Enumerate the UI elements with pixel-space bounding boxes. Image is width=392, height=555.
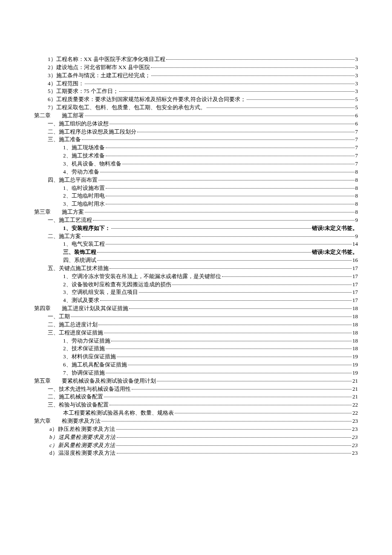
- toc-entry[interactable]: 1、电气安装工程14: [34, 240, 358, 248]
- toc-entry[interactable]: c）新风量检测要求及方法23: [34, 442, 358, 450]
- toc-entry-page: 17: [352, 281, 358, 289]
- toc-leader-dots: [207, 103, 355, 108]
- toc-entry[interactable]: b）送风量检测要求及方法23: [34, 433, 358, 442]
- toc-entry[interactable]: 四、施工总平面布置8: [34, 176, 358, 184]
- toc-entry-title: 1）工程名称：XX 县中医院手术室净化项目工程: [48, 55, 165, 64]
- toc-entry[interactable]: 6、施工机具配备保证措施19: [34, 361, 358, 369]
- toc-entry-page: 22: [352, 409, 358, 417]
- toc-entry-title: 三、施工准备: [48, 136, 81, 144]
- toc-entry-page: 6: [355, 120, 358, 128]
- toc-entry-title: 2、施工技术准备: [63, 152, 105, 160]
- toc-leader-dots: [137, 127, 355, 132]
- toc-entry[interactable]: 5）工期要求：75 个工作日；3: [34, 87, 358, 96]
- toc-entry-page: 错误!未定义书签。: [312, 224, 358, 232]
- toc-entry-page: 23: [352, 433, 358, 442]
- toc-entry-page: 21: [352, 385, 358, 393]
- toc-entry-title: 本工程要紧检测试验器具名称、数量、规格表: [63, 409, 174, 417]
- toc-entry-title: 第五章 要紧机械设备及检测试验设备使用计划: [34, 377, 156, 385]
- toc-entry[interactable]: 第四章 施工进度计划及其保证措施18: [34, 305, 358, 313]
- toc-entry-title: 四、施工总平面布置: [48, 176, 98, 184]
- toc-entry-page: 18: [352, 329, 358, 337]
- toc-entry[interactable]: 1、空调冷冻水管安装在吊顶上，不能漏水或者结露，是关键部位17: [34, 273, 358, 281]
- toc-entry-page: 23: [352, 442, 358, 450]
- toc-entry[interactable]: 3、材料供应保证措施19: [34, 353, 358, 361]
- toc-entry-title: 第四章 施工进度计划及其保证措施: [34, 305, 128, 313]
- toc-entry[interactable]: 五、关键点施工技术措施17: [34, 264, 358, 273]
- toc-entry-title: 3）施工条件与情况：土建工程已经完成；: [48, 72, 150, 80]
- toc-leader-dots: [85, 208, 355, 212]
- toc-entry[interactable]: 三、施工准备7: [34, 136, 358, 144]
- toc-entry[interactable]: 1）工程名称：XX 县中医院手术室净化项目工程3: [34, 55, 358, 64]
- toc-entry[interactable]: 1、临时设施布置8: [34, 184, 358, 192]
- toc-entry[interactable]: 第二章 施工部署6: [34, 112, 358, 120]
- toc-leader-dots: [129, 304, 352, 309]
- toc-entry[interactable]: 1、安装程序如下：错误!未定义书签。: [34, 224, 358, 232]
- toc-entry-title: 1、临时设施布置: [63, 184, 105, 192]
- toc-entry[interactable]: 二、施工机械设备配置21: [34, 393, 358, 401]
- toc-entry-title: 2、工地临时用电: [63, 192, 105, 200]
- toc-entry[interactable]: 四、系统调试16: [34, 256, 358, 264]
- toc-entry-page: 7: [355, 152, 358, 160]
- toc-entry[interactable]: 6）工程质量要求：要求达到国家规范标准及招标文件要求,符合设计及合同要求；5: [34, 96, 358, 104]
- toc-entry[interactable]: 一、工期18: [34, 313, 358, 321]
- toc-entry-title: 第二章 施工部署: [34, 112, 84, 120]
- toc-entry-title: 7）工程采取包工、包料、包质量、包工期、包安全的承包方式。: [48, 104, 206, 112]
- toc-entry[interactable]: 4）工程范围：3: [34, 80, 358, 88]
- toc-leader-dots: [98, 320, 352, 325]
- toc-entry[interactable]: 二、施工总进度计划18: [34, 321, 358, 329]
- toc-entry-page: 8: [355, 208, 358, 216]
- toc-entry-page: 23: [352, 449, 358, 457]
- toc-entry[interactable]: 2、工地临时用电8: [34, 192, 358, 200]
- toc-entry-title: 三、检验与试验设备配置: [48, 401, 109, 409]
- toc-entry-page: 7: [355, 160, 358, 168]
- toc-entry[interactable]: 本工程要紧检测试验器具名称、数量、规格表22: [34, 409, 358, 417]
- toc-leader-dots: [71, 312, 352, 317]
- toc-leader-dots: [116, 441, 351, 445]
- toc-leader-dots: [128, 360, 352, 365]
- toc-entry[interactable]: 1、劳动力保证措施18: [34, 337, 358, 345]
- toc-leader-dots: [106, 143, 355, 148]
- toc-entry[interactable]: 第六章 检测要求及方法23: [34, 417, 358, 425]
- toc-entry[interactable]: d）温湿度检测要求及方法23: [34, 449, 358, 457]
- toc-entry[interactable]: 3、机具设备、物料准备7: [34, 160, 358, 168]
- toc-entry-page: 16: [352, 256, 358, 264]
- toc-entry[interactable]: 三、装饰工程错误!未定义书签。: [34, 248, 358, 256]
- toc-entry-page: 8: [355, 192, 358, 200]
- toc-entry-page: 3: [355, 72, 358, 80]
- toc-entry-title: 三、装饰工程: [63, 248, 96, 256]
- toc-entry[interactable]: 一、施工工艺流程9: [34, 216, 358, 224]
- toc-entry-page: 17: [352, 288, 358, 296]
- toc-entry[interactable]: 一、技术先进性与机械设备适用性21: [34, 385, 358, 393]
- toc-entry-page: 9: [355, 216, 358, 224]
- toc-entry[interactable]: 2）建设地点：河北省邯郸市 XX 县中医院3: [34, 64, 358, 72]
- toc-entry-page: 5: [355, 96, 358, 104]
- toc-entry[interactable]: 二、施工方案9: [34, 232, 358, 241]
- toc-entry[interactable]: 3、空调机组安装，是重点项目17: [34, 288, 358, 296]
- toc-entry[interactable]: 第五章 要紧机械设备及检测试验设备使用计划21: [34, 377, 358, 385]
- toc-leader-dots: [97, 248, 311, 253]
- toc-entry[interactable]: 二、施工程序总体设想及施工段划分7: [34, 128, 358, 136]
- toc-entry[interactable]: 1、施工现场准备7: [34, 144, 358, 152]
- toc-entry[interactable]: 7）工程采取包工、包料、包质量、包工期、包安全的承包方式。5: [34, 104, 358, 112]
- toc-entry[interactable]: 2、施工技术准备7: [34, 152, 358, 160]
- toc-entry[interactable]: 7、协调保证措施19: [34, 369, 358, 377]
- toc-entry[interactable]: 3、工地临时用水8: [34, 200, 358, 208]
- toc-entry[interactable]: 三、工程进度保证措施18: [34, 329, 358, 337]
- toc-entry[interactable]: 4、劳动力准备8: [34, 168, 358, 176]
- toc-entry-title: 1、空调冷冻水管安装在吊顶上，不能漏水或者结露，是关键部位: [63, 273, 221, 281]
- toc-entry[interactable]: 2、技术保证措施18: [34, 345, 358, 353]
- toc-entry-page: 17: [352, 273, 358, 281]
- toc-entry[interactable]: 3）施工条件与情况：土建工程已经完成；3: [34, 72, 358, 80]
- toc-entry-title: 第三章 施工方案: [34, 208, 84, 216]
- toc-entry[interactable]: 一、施工组织的总体设想6: [34, 120, 358, 128]
- toc-entry[interactable]: 2、设备验收时应检查有无因搬运造成的损伤17: [34, 281, 358, 289]
- toc-entry[interactable]: a）静压差检测要求及方法23: [34, 425, 358, 433]
- toc-entry-title: 第六章 检测要求及方法: [34, 417, 101, 425]
- toc-entry[interactable]: 三、检验与试验设备配置22: [34, 401, 358, 409]
- toc-entry-title: 三、工程进度保证措施: [48, 329, 103, 337]
- toc-leader-dots: [82, 135, 355, 140]
- toc-leader-dots: [119, 87, 355, 92]
- toc-entry[interactable]: 第三章 施工方案8: [34, 208, 358, 216]
- toc-entry[interactable]: 4、测试及要求17: [34, 296, 358, 305]
- toc-leader-dots: [151, 71, 355, 76]
